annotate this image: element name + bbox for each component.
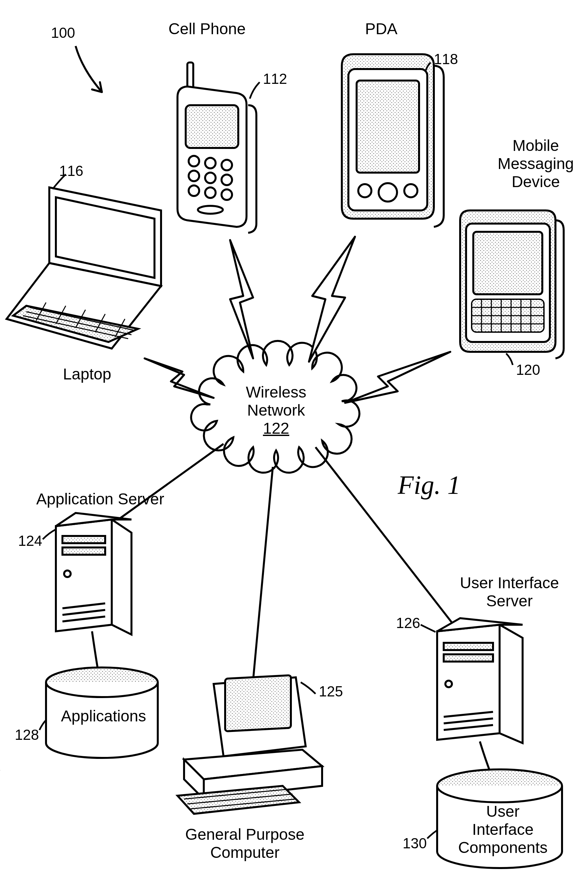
svg-rect-27 (357, 81, 419, 173)
figure-ref: 100 (51, 25, 75, 41)
svg-point-16 (189, 156, 199, 167)
svg-rect-56 (444, 654, 493, 662)
gpc-ref: 125 (319, 683, 343, 700)
svg-point-17 (205, 158, 216, 168)
svg-point-29 (379, 183, 397, 201)
cellphone-label: Cell Phone (158, 20, 256, 38)
svg-line-3 (118, 444, 224, 519)
svg-point-24 (222, 189, 232, 200)
mmd-label: Mobile Messaging Device (486, 137, 585, 191)
cloud-label-line1: Wireless (230, 383, 322, 401)
laptop-ref: 116 (59, 163, 83, 179)
uiserver-label: User Interface Server (447, 574, 572, 610)
pda-icon (342, 54, 444, 227)
appdb-ref: 128 (15, 727, 39, 743)
cellphone-icon (177, 63, 256, 233)
mmd-icon (460, 210, 564, 359)
svg-point-19 (189, 171, 199, 181)
svg-line-4 (253, 467, 273, 681)
svg-point-18 (222, 160, 232, 170)
svg-point-57 (446, 681, 452, 687)
pda-ref: 118 (434, 51, 458, 68)
laptop-label: Laptop (46, 365, 128, 383)
uiserver-icon (437, 618, 523, 743)
cloud-label: Wireless Network 122 (230, 383, 322, 437)
svg-point-21 (222, 175, 232, 185)
svg-rect-55 (444, 643, 493, 650)
cloud-label-line2: Network (230, 401, 322, 419)
svg-rect-50 (225, 675, 291, 731)
figure-label: Fig. 1 (398, 470, 460, 500)
cloud-ref: 122 (230, 419, 322, 437)
pda-label: PDA (348, 20, 414, 38)
appdb-label: Applications (57, 707, 150, 725)
uidb-ref: 130 (403, 835, 427, 852)
uidb-label: User Interface Components (454, 802, 552, 857)
appserver-label: Application Server (26, 490, 174, 508)
svg-point-25 (198, 206, 223, 214)
svg-rect-15 (186, 105, 238, 148)
svg-rect-44 (63, 548, 105, 555)
svg-point-45 (64, 570, 70, 577)
uiserver-ref: 126 (396, 615, 420, 631)
cellphone-ref: 112 (263, 71, 287, 87)
svg-point-30 (404, 184, 417, 197)
svg-point-22 (189, 185, 199, 196)
figure-ref-arrow (76, 46, 102, 92)
svg-point-28 (358, 184, 371, 197)
mmd-ref: 120 (516, 362, 540, 378)
appserver-icon (56, 513, 132, 635)
svg-rect-32 (473, 232, 542, 294)
appserver-ref: 124 (18, 533, 42, 549)
svg-point-20 (205, 173, 216, 183)
gpc-label: General Purpose Computer (174, 825, 315, 861)
svg-point-23 (205, 188, 216, 198)
laptop-icon (7, 188, 161, 348)
svg-rect-43 (63, 536, 105, 543)
